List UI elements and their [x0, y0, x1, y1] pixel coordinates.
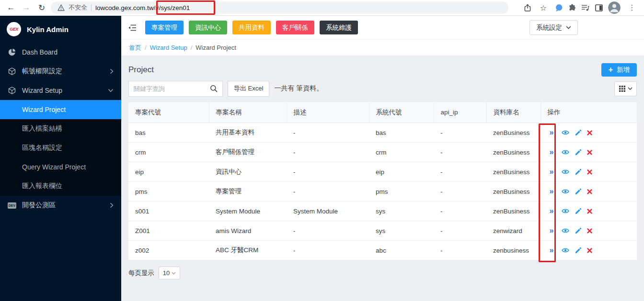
media-controls-icon[interactable] — [581, 4, 590, 11]
expand-double-arrow-icon[interactable]: » — [547, 148, 556, 156]
sidebar-item-dev-beta-zone[interactable]: DEV 開發公測區 — [0, 196, 121, 215]
cell-database-name: zenBusiness — [486, 201, 540, 221]
cell-project-name: System Module — [209, 201, 287, 221]
share-icon[interactable] — [524, 4, 532, 12]
column-header-project-code: 專案代號 — [128, 102, 209, 123]
cell-description: - — [287, 143, 369, 162]
cell-system-code: sys — [369, 201, 434, 221]
side-panel-icon[interactable] — [595, 4, 603, 11]
delete-x-icon[interactable] — [587, 130, 592, 135]
browser-back-icon[interactable]: ← — [5, 1, 17, 14]
menu-fold-icon[interactable] — [128, 24, 137, 32]
column-settings-dropdown[interactable] — [614, 81, 637, 96]
view-eye-icon[interactable] — [562, 189, 569, 194]
search-icon[interactable] — [210, 85, 218, 92]
nav-button-shared-data[interactable]: 共用資料 — [232, 21, 271, 34]
table-header-row: 專案代號 專案名稱 描述 系統代號 api_ip 資料庫名 操作 — [128, 102, 637, 123]
add-button-label: 新增 — [617, 66, 630, 74]
table-row: z002 ABC 牙醫CRM - abc - zenbusiness » — [128, 241, 637, 260]
expand-double-arrow-icon[interactable]: » — [547, 168, 556, 176]
cell-project-name: 專案管理 — [209, 182, 287, 201]
cell-database-name: zenBusiness — [486, 182, 540, 201]
sidebar-item-block-name-setting[interactable]: 區塊名稱設定 — [0, 138, 121, 157]
sidebar-item-import-file-structure[interactable]: 匯入檔案結構 — [0, 119, 121, 138]
sidebar-item-account-permissions[interactable]: 帳號權限設定 — [0, 62, 121, 81]
delete-x-icon[interactable] — [587, 228, 592, 234]
cube-icon — [8, 67, 16, 75]
cell-project-code: eip — [128, 162, 209, 182]
nav-button-project-management[interactable]: 專案管理 — [145, 21, 184, 34]
expand-double-arrow-icon[interactable]: » — [547, 188, 556, 195]
delete-x-icon[interactable] — [587, 189, 592, 194]
chat-bubble-extension-icon[interactable] — [555, 4, 563, 12]
search-input[interactable] — [134, 85, 210, 92]
breadcrumb-separator: / — [191, 44, 193, 51]
cell-description: - — [287, 221, 369, 241]
page-size-select[interactable]: 10 — [159, 267, 180, 279]
screen: ← → ↻ 不安全 lowcode.gex.com.tw/#/sys/zen01… — [0, 0, 644, 301]
nav-button-customer-relations[interactable]: 客戶關係 — [276, 21, 314, 34]
view-eye-icon[interactable] — [562, 169, 569, 175]
delete-x-icon[interactable] — [587, 209, 592, 214]
address-bar[interactable]: 不安全 lowcode.gex.com.tw/#/sys/zen01 — [51, 1, 508, 14]
nav-button-system-maintenance[interactable]: 系統維護 — [320, 21, 358, 34]
expand-double-arrow-icon[interactable]: » — [547, 207, 556, 215]
cell-project-name: 客戶關係管理 — [209, 143, 287, 162]
edit-pencil-icon[interactable] — [575, 169, 581, 175]
delete-x-icon[interactable] — [587, 169, 592, 175]
sidebar-item-wizard-project[interactable]: Wizard Project — [0, 100, 121, 119]
nav-button-info-center[interactable]: 資訊中心 — [189, 21, 227, 34]
view-eye-icon[interactable] — [562, 149, 569, 155]
expand-double-arrow-icon[interactable]: » — [547, 129, 556, 136]
browser-reload-icon[interactable]: ↻ — [35, 1, 48, 14]
column-header-database-name: 資料庫名 — [486, 102, 540, 123]
chevron-down-icon — [628, 87, 632, 90]
expand-double-arrow-icon[interactable]: » — [547, 227, 556, 234]
sidebar-item-wizard-setup[interactable]: Wizard Setup — [0, 81, 121, 100]
cell-description: - — [287, 123, 369, 143]
table-row: pms 專案管理 - pms - zenBusiness » — [128, 182, 637, 201]
cell-project-code: z002 — [128, 241, 209, 260]
warning-triangle-icon — [58, 4, 65, 11]
cell-api-ip: - — [434, 143, 486, 162]
edit-pencil-icon[interactable] — [575, 228, 581, 234]
breadcrumb-wizard-setup-link[interactable]: Wizard Setup — [150, 44, 187, 51]
delete-x-icon[interactable] — [587, 150, 592, 155]
expand-double-arrow-icon[interactable]: » — [547, 246, 556, 254]
edit-pencil-icon[interactable] — [575, 149, 581, 156]
cell-database-name: zenBusiness — [486, 143, 540, 162]
sidebar-item-dashboard[interactable]: Dash Board — [0, 43, 121, 62]
browser-forward-icon[interactable]: → — [20, 1, 33, 14]
sidebar-item-query-wizard-project[interactable]: Query Wizard Project — [0, 157, 121, 177]
export-excel-button[interactable]: 导出 Excel — [228, 81, 269, 97]
bookmark-star-icon[interactable]: ☆ — [537, 1, 550, 14]
cell-system-code: pms — [369, 182, 434, 201]
view-eye-icon[interactable] — [562, 247, 569, 253]
view-eye-icon[interactable] — [562, 130, 569, 135]
edit-pencil-icon[interactable] — [575, 130, 581, 136]
view-eye-icon[interactable] — [562, 208, 569, 214]
view-eye-icon[interactable] — [562, 228, 569, 234]
browser-menu-dots-icon[interactable]: ⋮ — [626, 1, 638, 14]
profile-avatar[interactable] — [608, 1, 621, 14]
edit-pencil-icon[interactable] — [575, 189, 581, 195]
url-text[interactable]: lowcode.gex.com.tw/#/sys/zen01 — [95, 4, 190, 11]
delete-x-icon[interactable] — [587, 248, 592, 253]
breadcrumb-separator: / — [145, 44, 147, 51]
page-size-label: 每页显示 — [128, 269, 154, 278]
security-label[interactable]: 不安全 — [69, 3, 87, 12]
sidebar-item-import-report-fields[interactable]: 匯入報表欄位 — [0, 177, 121, 196]
edit-pencil-icon[interactable] — [575, 208, 581, 214]
edit-pencil-icon[interactable] — [575, 247, 581, 254]
browser-toolbar: ← → ↻ 不安全 lowcode.gex.com.tw/#/sys/zen01… — [0, 0, 644, 16]
cell-database-name: zenBusiness — [486, 162, 540, 182]
column-header-system-code: 系統代號 — [369, 102, 434, 123]
extensions-puzzle-icon[interactable] — [568, 4, 576, 11]
system-settings-dropdown[interactable]: 系統設定 — [529, 20, 578, 35]
brand-name: Kylin Admin — [27, 25, 69, 33]
breadcrumb-home-link[interactable]: 首页 — [129, 44, 141, 52]
divider — [91, 4, 92, 11]
keyword-search-box — [128, 81, 223, 97]
add-button[interactable]: + 新增 — [601, 63, 637, 77]
cell-description: System Module — [287, 201, 369, 221]
